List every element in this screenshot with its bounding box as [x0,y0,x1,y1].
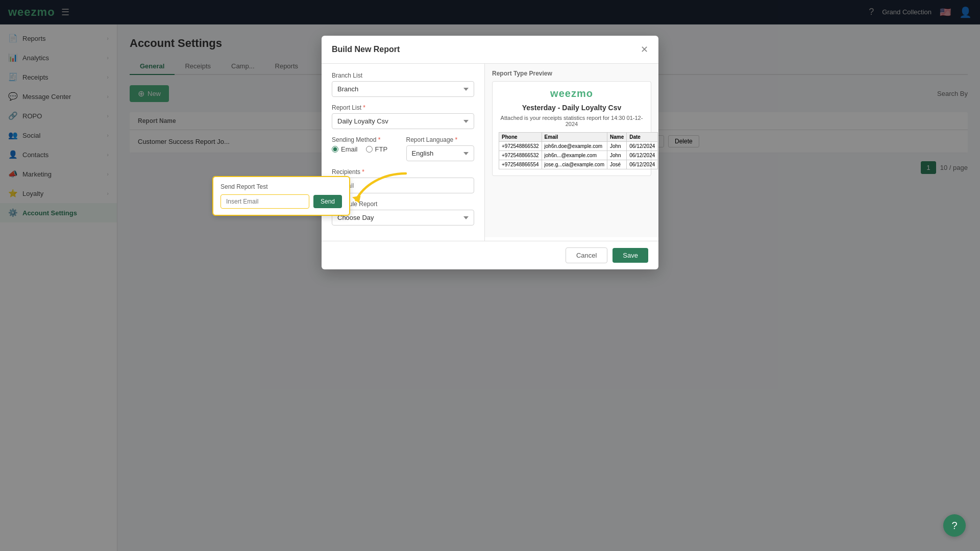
send-test-row: Send [220,194,342,209]
email-radio[interactable] [332,146,338,153]
branch-list-group: Branch List Branch [332,72,474,97]
preview-title: Report Type Preview [492,70,651,77]
preview-report-title: Yesterday - Daily Loyalty Csv [499,104,645,112]
modal-title: Build New Report [332,45,400,54]
branch-list-label: Branch List [332,72,474,79]
branch-list-select[interactable]: Branch [332,81,474,97]
modal-body: Branch List Branch Report List * Daily L… [322,64,658,241]
recipients-label: Recipients * [332,168,474,176]
schedule-report-group: Schedule Report Choose Day [332,201,474,226]
ftp-radio-label[interactable]: FTP [366,145,388,153]
preview-col-date: Date [627,133,658,142]
send-report-test-popup: Send Report Test Send [212,176,350,216]
report-language-group: Report Language * English [406,136,475,161]
report-list-select[interactable]: Daily Loyalty Csv [332,113,474,129]
build-report-modal: Build New Report ✕ Branch List Branch Re… [322,36,658,269]
ftp-radio[interactable] [366,146,373,153]
recipients-input[interactable] [332,178,474,193]
schedule-report-select[interactable]: Choose Day [332,210,474,226]
report-language-label: Report Language * [406,136,475,143]
preview-logo: weezmo [499,88,645,99]
send-test-label: Send Report Test [220,183,342,190]
send-test-email-input[interactable] [220,194,309,209]
modal-preview: Report Type Preview weezmo Yesterday - D… [485,64,658,237]
close-icon[interactable]: ✕ [641,44,648,55]
recipients-group: Recipients * [332,168,474,193]
preview-desc: Attached is your receipts statistics rep… [499,115,645,127]
email-radio-label[interactable]: Email [332,145,358,153]
preview-col-phone: Phone [499,133,542,142]
preview-table: Phone Email Name Date +972548866532 joh6… [499,132,658,169]
save-button[interactable]: Save [612,248,648,263]
sending-method-options: Email FTP [332,145,400,153]
preview-card: weezmo Yesterday - Daily Loyalty Csv Att… [492,81,651,176]
preview-row-2: +972548866532 joh6n...@example.com John … [499,151,658,160]
report-language-select[interactable]: English [406,145,475,161]
preview-row-1: +972548866532 joh6n.doe@example.com John… [499,142,658,151]
sending-method-group: Sending Method * Email FTP [332,136,400,161]
preview-col-name: Name [607,133,627,142]
schedule-report-label: Schedule Report [332,201,474,208]
cancel-button[interactable]: Cancel [566,247,607,263]
sending-method-language-row: Sending Method * Email FTP [332,136,474,168]
sending-method-label: Sending Method * [332,136,400,143]
modal-footer: Cancel Save [322,241,658,269]
modal-header: Build New Report ✕ [322,36,658,64]
report-list-label: Report List * [332,104,474,111]
send-test-button[interactable]: Send [313,195,342,208]
report-list-group: Report List * Daily Loyalty Csv [332,104,474,129]
preview-row-3: +972548866554 jose.g...cia@example.com J… [499,160,658,169]
preview-col-email: Email [542,133,607,142]
help-fab-button[interactable]: ? [943,514,966,537]
